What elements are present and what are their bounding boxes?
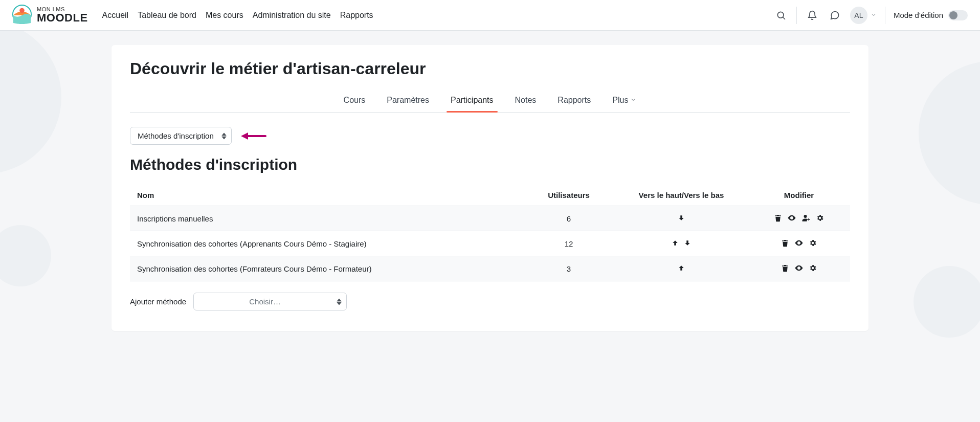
svg-line-3 — [783, 17, 785, 19]
tab-notes[interactable]: Notes — [513, 91, 539, 112]
edit-mode: Mode d'édition — [894, 10, 968, 20]
chevron-down-icon — [630, 96, 636, 105]
eye-icon[interactable] — [794, 238, 804, 248]
gear-icon[interactable] — [816, 214, 824, 222]
cell-updown — [615, 256, 748, 281]
cell-name: Synchronisation des cohortes (Fomrateurs… — [130, 256, 523, 281]
bell-icon[interactable] — [805, 8, 819, 23]
brand-bottom-text: MOODLE — [37, 12, 88, 24]
cell-updown — [615, 206, 748, 231]
move-up-icon[interactable] — [672, 239, 679, 247]
cell-users: 3 — [523, 256, 615, 281]
methods-table: Nom Utilisateurs Vers le haut/Vers le ba… — [130, 185, 850, 281]
add-method-row: Ajouter méthode Choisir… — [130, 293, 850, 310]
divider — [885, 7, 885, 24]
trash-icon[interactable] — [774, 214, 782, 222]
move-down-icon[interactable] — [684, 239, 691, 247]
bg-decoration — [914, 266, 980, 338]
add-user-icon[interactable] — [801, 213, 811, 223]
section-title: Méthodes d'inscription — [130, 156, 850, 173]
tab-plus[interactable]: Plus — [610, 91, 638, 112]
trash-icon[interactable] — [781, 239, 789, 247]
page-select-wrap: Méthodes d'inscription — [130, 127, 232, 145]
tab-parametres[interactable]: Paramètres — [385, 91, 431, 112]
move-up-icon[interactable] — [678, 264, 685, 272]
gear-icon[interactable] — [809, 239, 817, 247]
add-method-select-wrap: Choisir… — [193, 293, 347, 310]
table-row: Synchronisation des cohortes (Apprenants… — [130, 231, 850, 256]
cell-updown — [615, 231, 748, 256]
search-icon[interactable] — [774, 8, 788, 23]
course-nav: Cours Paramètres Participants Notes Rapp… — [130, 91, 850, 113]
nav-rapports[interactable]: Rapports — [340, 9, 373, 22]
annotation-arrow-icon — [241, 131, 266, 141]
tab-cours[interactable]: Cours — [342, 91, 368, 112]
th-name: Nom — [130, 185, 523, 206]
bg-decoration — [0, 225, 51, 286]
tab-participants[interactable]: Participants — [449, 91, 496, 112]
eye-icon[interactable] — [794, 263, 804, 273]
edit-mode-label: Mode d'édition — [894, 11, 943, 19]
edit-mode-toggle[interactable] — [948, 10, 968, 20]
nav-administration[interactable]: Administration du site — [253, 9, 331, 22]
svg-point-1 — [19, 8, 25, 13]
cell-users: 6 — [523, 206, 615, 231]
th-users: Utilisateurs — [523, 185, 615, 206]
user-menu[interactable]: AL — [850, 7, 877, 24]
cell-edit — [748, 231, 850, 256]
topbar-right: AL Mode d'édition — [774, 7, 968, 24]
avatar: AL — [850, 7, 867, 24]
messages-icon[interactable] — [828, 8, 842, 23]
brand[interactable]: MON LMS MOODLE — [12, 5, 88, 26]
nav-mes-cours[interactable]: Mes cours — [206, 9, 243, 22]
bg-decoration — [0, 31, 61, 174]
eye-icon[interactable] — [787, 213, 796, 223]
bg-decoration — [919, 61, 980, 205]
chevron-down-icon — [871, 11, 877, 19]
tab-rapports[interactable]: Rapports — [555, 91, 593, 112]
cell-name: Synchronisation des cohortes (Apprenants… — [130, 231, 523, 256]
cell-edit — [748, 206, 850, 231]
course-title: Découvrir le métier d'artisan-carreleur — [130, 59, 850, 78]
tab-plus-label: Plus — [612, 96, 628, 105]
nav-accueil[interactable]: Accueil — [102, 9, 129, 22]
table-row: Synchronisation des cohortes (Fomrateurs… — [130, 256, 850, 281]
page-background: Découvrir le métier d'artisan-carreleur … — [0, 31, 980, 422]
table-row: Inscriptions manuelles6 — [130, 206, 850, 231]
divider — [796, 7, 797, 24]
gear-icon[interactable] — [809, 264, 817, 272]
top-nav: Accueil Tableau de bord Mes cours Admini… — [102, 9, 373, 22]
cell-edit — [748, 256, 850, 281]
topbar: MON LMS MOODLE Accueil Tableau de bord M… — [0, 0, 980, 31]
cell-name: Inscriptions manuelles — [130, 206, 523, 231]
cell-users: 12 — [523, 231, 615, 256]
main-card: Découvrir le métier d'artisan-carreleur … — [112, 45, 868, 331]
th-edit: Modifier — [748, 185, 850, 206]
brand-logo-icon — [12, 5, 32, 26]
th-updown: Vers le haut/Vers le bas — [615, 185, 748, 206]
svg-marker-7 — [241, 132, 248, 140]
page-select[interactable]: Méthodes d'inscription — [130, 127, 232, 145]
move-down-icon[interactable] — [678, 214, 685, 221]
nav-tableau-de-bord[interactable]: Tableau de bord — [138, 9, 196, 22]
add-method-label: Ajouter méthode — [130, 297, 186, 306]
add-method-select[interactable]: Choisir… — [193, 293, 347, 310]
trash-icon[interactable] — [781, 264, 789, 272]
selector-row: Méthodes d'inscription — [130, 127, 850, 145]
